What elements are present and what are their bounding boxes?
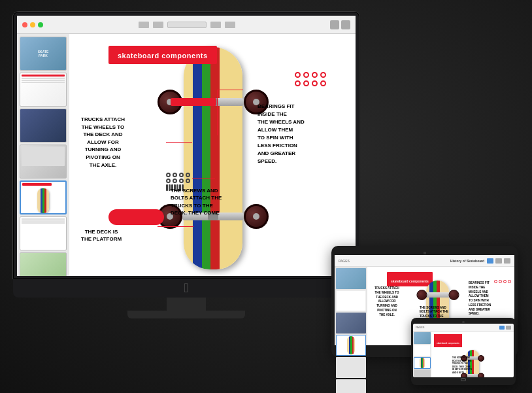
ipad-trucks-annotation: TRUCKS ATTACHTHE WHEELS TOTHE DECK ANDAL…	[371, 286, 403, 317]
bearings-annotation: BEARINGS FIT INSIDE THE THE WHEELS AND A…	[258, 103, 336, 165]
slide-title-bar: skateboard components	[108, 46, 217, 64]
share-icon[interactable]	[330, 20, 339, 29]
iphone-device: PAGES	[411, 318, 516, 385]
ipad-bd-3	[503, 280, 507, 283]
toolbar-icon-4[interactable]	[225, 22, 235, 28]
thumb-1-inner: SKATEPARK	[20, 37, 66, 70]
toolbar-search[interactable]	[167, 22, 207, 28]
slide-title-text: skateboard components	[118, 52, 208, 60]
ipad-bd-1	[494, 280, 497, 283]
main-content-area: SKATEPARK	[17, 34, 356, 276]
screw-4	[186, 173, 190, 177]
ipad-truck-top	[416, 292, 459, 298]
maximize-button-dot[interactable]	[38, 22, 43, 27]
thumbnail-7[interactable]	[20, 252, 67, 276]
screw-2	[173, 173, 177, 177]
slide-main-area: skateboard components	[69, 34, 356, 276]
screws-annotation: THE SCREWS AND BOLTS ATTACH THE TRUCKS T…	[171, 187, 256, 217]
iphone-play-icon[interactable]	[499, 326, 505, 330]
iphone-toolbar: PAGES	[413, 324, 514, 332]
thumbnail-5-active[interactable]	[20, 180, 67, 214]
imac-screen-border: SKATEPARK	[13, 12, 359, 279]
ipad-doc-title: History of Skateboard	[450, 259, 484, 263]
iphone-thumb-2[interactable]	[414, 345, 431, 356]
play-icon[interactable]	[341, 20, 350, 29]
iphone-body: PAGES	[411, 318, 516, 385]
ipad-title-left: PAGES	[339, 259, 448, 263]
ipad-share-icon[interactable]	[495, 258, 502, 264]
iphone-wheel-br	[478, 373, 484, 378]
iphone-thumb-active[interactable]	[414, 357, 431, 369]
toolbar-icon-2[interactable]	[153, 22, 163, 28]
thumbnail-1[interactable]: SKATEPARK	[20, 37, 67, 71]
bearing-row-2	[295, 80, 326, 86]
iphone-sidebar	[413, 332, 431, 377]
deck-connector-line	[158, 226, 193, 227]
iphone-more-icon[interactable]	[506, 326, 511, 330]
slides-sidebar: SKATEPARK	[17, 34, 69, 276]
ipad-thumb-6[interactable]	[336, 379, 366, 393]
iphone-bottom-bezel	[413, 377, 514, 381]
iphone-skate-area	[434, 350, 511, 377]
iphone-title-label: PAGES	[416, 326, 499, 329]
ipad-bearings-annotation: BEARINGS FITINSIDE THEWHEELS ANDALLOW TH…	[469, 281, 511, 316]
ipad-thumb-5[interactable]	[336, 357, 366, 378]
minimize-button-dot[interactable]	[30, 22, 35, 27]
screw-6	[173, 179, 177, 183]
ipad-thumb-active[interactable]	[336, 335, 366, 356]
ipad-thumb-3[interactable]	[336, 313, 366, 333]
iphone-toolbar-icons	[499, 326, 511, 330]
deck-annotation: THE DECK IS THE PLATFORM	[81, 228, 122, 243]
iphone-truck-bottom	[461, 374, 484, 377]
window-controls	[22, 22, 43, 27]
thumbnail-6[interactable]	[20, 216, 67, 250]
truck-icon-area	[171, 98, 216, 106]
ipad-toolbar: PAGES History of Skateboard	[335, 255, 514, 267]
iphone-camera	[462, 321, 465, 323]
ipad-toolbar-icons	[487, 258, 510, 264]
ipad-bearing-dots	[494, 280, 511, 283]
bearing-dot-7	[312, 80, 318, 86]
ipad-camera	[424, 252, 426, 254]
toolbar-icon-1[interactable]	[139, 22, 149, 28]
bearing-dot-4	[320, 72, 326, 78]
iphone-screws-annotation: THE SCREWS ANDBOLTS ATTACH THETRUCKS TO …	[452, 356, 472, 374]
trucks-annotation: TRUCKS ATTACH THE WHEELS TO THE DECK AND…	[81, 116, 125, 169]
screw-1	[166, 173, 171, 177]
bearings-v-connector	[217, 90, 218, 135]
bearing-dot-6	[303, 80, 309, 86]
mini-deck-shape	[108, 209, 164, 225]
app-toolbar	[17, 16, 356, 34]
iphone-wheel-tr	[478, 355, 484, 362]
ipad-thumb-1[interactable]	[336, 268, 366, 289]
close-button-dot[interactable]	[22, 22, 27, 27]
iphone-home-button[interactable]	[461, 378, 466, 381]
bearing-dot-5	[295, 80, 301, 86]
thumbnail-2[interactable]	[20, 73, 67, 107]
thumbnail-3[interactable]	[20, 109, 67, 143]
screw-5	[166, 179, 171, 183]
screw-3	[179, 173, 184, 177]
to-spin-with-text: TO SPIN WITH	[258, 135, 293, 141]
toolbar-right-controls	[330, 20, 350, 29]
ipad-more-icon[interactable]	[504, 258, 510, 264]
screw-row-2	[166, 179, 190, 183]
bearings-connector-line	[217, 90, 243, 90]
ipad-thumb-2[interactable]	[336, 290, 366, 311]
bearing-dot-2	[303, 72, 309, 78]
thumbnail-4[interactable]	[20, 145, 67, 179]
inside-the-text: INSIDE THE	[258, 111, 287, 117]
screws-connector-line	[192, 179, 215, 179]
ipad-wheel-tr	[448, 290, 459, 300]
bearing-row-1	[295, 72, 326, 78]
imac-stand-base	[127, 311, 245, 318]
ipad-wheel-tl	[416, 290, 427, 300]
imac-apple-logo: 	[13, 279, 359, 298]
iphone-thumb-4[interactable]	[414, 369, 431, 377]
iphone-thumb-1[interactable]	[414, 332, 431, 344]
toolbar-icon-3[interactable]	[210, 22, 221, 28]
screw-7	[179, 179, 184, 183]
ipad-play-icon[interactable]	[487, 258, 493, 264]
iphone-title-bar: skateboard components	[434, 334, 462, 347]
trucks-connector-line	[166, 142, 192, 143]
